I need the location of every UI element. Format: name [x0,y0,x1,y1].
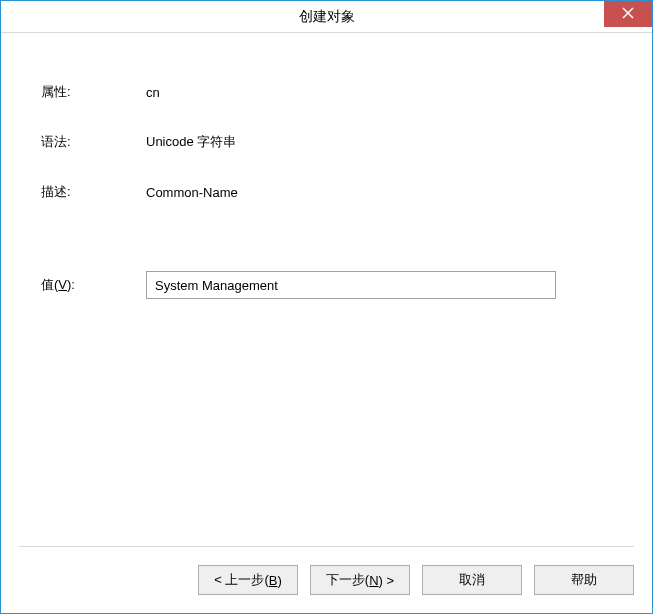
footer: < 上一步(B) 下一步(N) > 取消 帮助 [1,534,652,613]
description-row: 描述: Common-Name [41,183,612,201]
value-row: 值(V): [41,271,612,299]
button-row: < 上一步(B) 下一步(N) > 取消 帮助 [19,565,634,595]
attribute-value: cn [146,85,160,100]
separator [19,546,634,547]
window-title: 创建对象 [1,8,652,26]
syntax-row: 语法: Unicode 字符串 [41,133,612,151]
close-icon [622,7,634,22]
value-label: 值(V): [41,276,146,294]
content-area: 属性: cn 语法: Unicode 字符串 描述: Common-Name 值… [1,33,652,534]
syntax-label: 语法: [41,133,146,151]
title-bar: 创建对象 [1,1,652,33]
cancel-button[interactable]: 取消 [422,565,522,595]
close-button[interactable] [604,1,652,27]
back-button[interactable]: < 上一步(B) [198,565,298,595]
help-button[interactable]: 帮助 [534,565,634,595]
description-label: 描述: [41,183,146,201]
form-area: 属性: cn 语法: Unicode 字符串 描述: Common-Name 值… [41,83,612,514]
syntax-value: Unicode 字符串 [146,133,236,151]
description-value: Common-Name [146,185,238,200]
next-button[interactable]: 下一步(N) > [310,565,410,595]
dialog-window: 创建对象 属性: cn 语法: Unicode 字符串 描述: Common [0,0,653,614]
attribute-label: 属性: [41,83,146,101]
value-input[interactable] [146,271,556,299]
attribute-row: 属性: cn [41,83,612,101]
